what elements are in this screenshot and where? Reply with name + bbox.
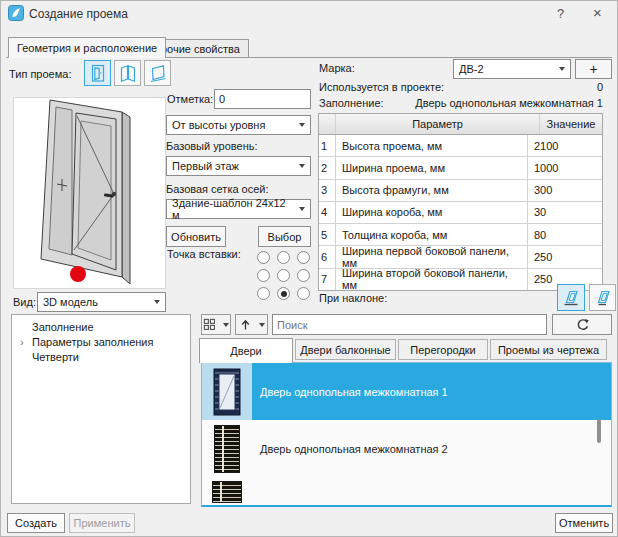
door-3d-model [14,98,165,288]
tab-geometry[interactable]: Геометрия и расположение [8,37,166,58]
inclined-door-icon [593,288,613,308]
door-thumbnail-2 [214,425,240,473]
fill-value: Дверь однопольная межкомнатная 1 [415,97,603,109]
catalog-tab-label: Перегородки [410,344,476,356]
catalog-tab-label: Проемы из чертежа [498,344,599,356]
insertion-radio-top-center[interactable] [277,251,290,264]
insertion-radio-middle-right[interactable] [297,269,310,282]
elevation-input[interactable] [214,89,311,109]
axis-grid-label: Базовая сетка осей: [166,183,269,195]
table-row[interactable]: 5 Толщина короба, мм 80 [319,224,602,246]
chevron-right-icon[interactable]: › [20,337,32,347]
grid-view-icon [203,318,216,331]
close-icon[interactable]: × [593,4,602,21]
search-input[interactable] [272,314,547,335]
axis-grid-dropdown[interactable]: Здание-шаблон 24x12 м [166,199,311,219]
chevron-down-icon [299,164,305,168]
single-door-icon [88,63,108,83]
chevron-down-icon [559,67,565,71]
opening-type-double-door-button[interactable] [114,60,141,86]
base-level-label: Базовый уровень: [166,140,258,152]
door-3d-preview[interactable] [13,97,166,289]
insertion-radio-middle-left[interactable] [257,269,270,282]
tree-item-quarters[interactable]: Четверти [12,349,190,364]
table-row[interactable]: 1 Высота проема, мм 2100 [319,135,602,157]
table-row[interactable]: 4 Ширина короба, мм 30 [319,202,602,224]
refresh-button[interactable] [552,314,612,335]
list-item-door-3[interactable] [202,477,611,505]
door-thumbnail-1 [213,368,241,416]
used-in-project-label: Используется в проекте: [319,81,444,93]
incline-option-1-button[interactable] [557,284,585,311]
table-row[interactable]: 6 Ширина первой боковой панели, мм 250 [319,246,602,268]
update-button[interactable]: Обновить [166,226,226,247]
help-button[interactable]: ? [557,6,564,21]
insertion-radio-middle-center[interactable] [277,269,290,282]
catalog-tab-balcony-doors[interactable]: Двери балконные [295,339,396,360]
insertion-radio-top-right[interactable] [297,251,310,264]
table-header-row: Параметр Значение [319,114,602,135]
opening-type-swing-door-button[interactable] [144,60,171,86]
table-row[interactable]: 2 Ширина проема, мм 1000 [319,157,602,179]
insertion-point-marker [70,266,86,282]
apply-button[interactable]: Применить [69,513,135,533]
create-opening-dialog: Создание проема ? × Геометрия и располож… [0,0,618,537]
tree-item-label: Заполнение [32,321,94,333]
refresh-icon [575,318,589,332]
door-thumbnail-3 [212,481,242,503]
tab-geometry-label: Геометрия и расположение [17,42,157,54]
cancel-button[interactable]: Отменить [555,513,613,533]
table-row[interactable]: 3 Высота фрамуги, мм 300 [319,180,602,202]
catalog-tab-openings-from-drawing[interactable]: Проемы из чертежа [490,339,607,360]
view-dropdown-value: 3D модель [43,296,98,308]
catalog-tab-doors[interactable]: Двери [199,338,293,363]
properties-tree[interactable]: Заполнение › Параметры заполнения Четвер… [11,314,191,504]
insertion-radio-bottom-right[interactable] [297,287,310,300]
catalog-tab-partitions[interactable]: Перегородки [398,339,488,360]
double-door-icon [118,63,138,83]
column-header-value[interactable]: Значение [540,114,602,134]
list-item-label: Дверь однопольная межкомнатная 1 [252,363,611,420]
add-mark-button[interactable]: + [575,59,612,79]
base-level-value: Первый этаж [172,160,239,172]
insertion-radio-top-left[interactable] [257,251,270,264]
tree-item-fill-parameters[interactable]: › Параметры заполнения [12,334,190,349]
create-button[interactable]: Создать [7,513,65,533]
opening-type-single-door-button[interactable] [84,60,111,86]
sort-up-button[interactable] [235,314,268,335]
view-dropdown[interactable]: 3D модель [37,292,166,312]
height-mode-value: От высоты уровня [172,119,265,131]
view-label: Вид: [13,296,36,308]
choose-button[interactable]: Выбор [258,226,311,247]
chevron-down-icon [154,300,160,304]
base-level-dropdown[interactable]: Первый этаж [166,156,311,176]
swing-door-icon [148,63,168,83]
height-mode-dropdown[interactable]: От высоты уровня [166,115,311,135]
mark-label: Марка: [319,62,355,74]
tree-item-fill[interactable]: Заполнение [12,319,190,334]
chevron-down-icon [299,123,305,127]
catalog-tab-label: Двери балконные [300,344,390,356]
column-header-parameter[interactable]: Параметр [336,114,540,134]
inclined-door-icon [561,288,581,308]
insertion-radio-bottom-left[interactable] [257,287,270,300]
opening-type-label: Тип проема: [9,68,71,80]
fill-label: Заполнение: [319,97,384,109]
list-item-door-2[interactable]: Дверь однопольная межкомнатная 2 [202,420,611,477]
list-item-label: Дверь однопольная межкомнатная 2 [252,420,611,477]
window-title: Создание проема [29,7,128,21]
chevron-down-icon [299,207,305,211]
mark-dropdown[interactable]: ДВ-2 [453,59,571,79]
catalog-list: Дверь однопольная межкомнатная 1 Дверь о… [201,362,612,507]
tree-item-label: Четверти [32,351,79,363]
catalog-tab-label: Двери [230,345,262,357]
incline-label: При наклоне: [319,292,387,304]
list-scrollbar[interactable] [597,419,601,443]
app-icon [8,5,24,23]
insertion-radio-bottom-center[interactable] [277,287,290,300]
list-item-door-1[interactable]: Дверь однопольная межкомнатная 1 [202,363,611,420]
incline-option-2-button[interactable] [589,284,616,311]
view-mode-button[interactable] [201,314,231,335]
insertion-point-label: Точка вставки: [167,248,241,260]
tree-item-label: Параметры заполнения [32,336,153,348]
